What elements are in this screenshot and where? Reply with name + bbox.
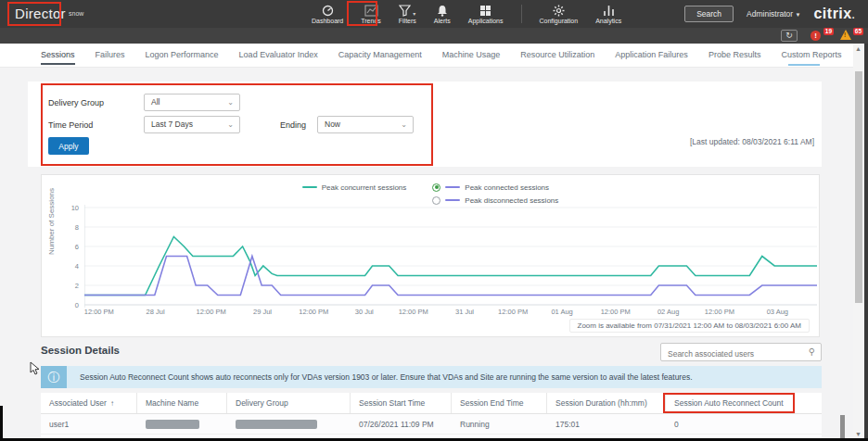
tab-strip-scroll-indicator[interactable] bbox=[788, 64, 820, 66]
time-period-value: Last 7 Days bbox=[151, 120, 193, 129]
table-cell bbox=[137, 414, 227, 434]
x-axis-tick: 12:00 PM bbox=[299, 308, 328, 316]
tab-resource-utilization[interactable]: Resource Utilization bbox=[520, 44, 594, 66]
chevron-down-icon: ⌄ bbox=[401, 117, 407, 132]
delivery-group-select[interactable]: All ⌄ bbox=[144, 94, 240, 111]
legend-label: Peak disconnected sessions bbox=[465, 196, 558, 205]
apply-button[interactable]: Apply bbox=[48, 137, 89, 155]
nav-item-configuration[interactable]: Configuration bbox=[534, 3, 584, 25]
nav-item-label: Analytics bbox=[595, 18, 621, 24]
search-icon: ⚲ bbox=[809, 346, 815, 357]
y-axis-tick: 6 bbox=[58, 243, 79, 251]
x-axis-tick: 01 Aug bbox=[551, 308, 572, 316]
tab-machine-usage[interactable]: Machine Usage bbox=[442, 44, 501, 66]
nav-item-trends[interactable]: Trends bbox=[355, 3, 387, 25]
info-banner: ⓘ Session Auto Reconnect Count shows aut… bbox=[41, 366, 822, 388]
scrollbar-thumb[interactable] bbox=[855, 71, 862, 303]
site-name: snow bbox=[69, 10, 83, 17]
legend-line-swatch bbox=[445, 186, 460, 188]
y-axis-tick: 4 bbox=[58, 262, 79, 271]
legend-radio-group: Peak connected sessionsPeak disconnected… bbox=[432, 182, 558, 206]
nav-item-label: Configuration bbox=[540, 18, 579, 24]
radio-button[interactable] bbox=[432, 196, 440, 205]
time-period-select[interactable]: Last 7 Days ⌄ bbox=[144, 116, 240, 133]
table-scrollbar[interactable] bbox=[840, 415, 845, 439]
column-header-associated-user[interactable]: Associated User↑ bbox=[41, 393, 137, 413]
y-axis-tick: 0 bbox=[58, 301, 79, 309]
table-cell: 175:01 bbox=[547, 414, 666, 434]
delivery-group-value: All bbox=[151, 97, 160, 107]
redacted-value bbox=[236, 420, 317, 429]
table-cell: user1 bbox=[41, 414, 137, 434]
y-axis-label: Number of Sessions bbox=[47, 188, 56, 255]
citrix-logo: citrix. bbox=[813, 6, 855, 22]
x-axis-tick: 02 Aug bbox=[657, 308, 679, 316]
delivery-group-label: Delivery Group bbox=[48, 98, 104, 107]
column-header-session-duration-hh-mm-[interactable]: Session Duration (hh:mm) bbox=[547, 393, 666, 413]
nav-item-label: Filters bbox=[399, 18, 416, 24]
nav-item-analytics[interactable]: Analytics bbox=[590, 3, 627, 25]
director-logo[interactable]: Director bbox=[15, 6, 66, 21]
session-details-table: Associated User↑Machine NameDelivery Gro… bbox=[41, 393, 822, 439]
refresh-icon[interactable]: ↻ bbox=[781, 30, 798, 42]
tab-probe-results[interactable]: Probe Results bbox=[708, 44, 761, 66]
scroll-down-arrow[interactable]: ▼ bbox=[855, 431, 862, 437]
column-header-session-start-time[interactable]: Session Start Time bbox=[351, 393, 452, 413]
x-axis-tick: 12:00 PM bbox=[84, 308, 114, 316]
search-button[interactable]: Search bbox=[684, 6, 734, 22]
warning-alert-count: 65 bbox=[853, 28, 863, 35]
legend-label: Peak connected sessions bbox=[465, 183, 549, 192]
legend-label: Peak concurrent sessions bbox=[322, 183, 407, 192]
nav-item-alerts[interactable]: Alerts bbox=[428, 3, 456, 25]
legend-line-swatch bbox=[302, 186, 317, 188]
x-axis-tick: 12:00 PM bbox=[498, 308, 528, 316]
nav-item-filters[interactable]: ▾Filters bbox=[393, 3, 422, 25]
tab-custom-reports[interactable]: Custom Reports bbox=[781, 44, 841, 66]
column-header-delivery-group[interactable]: Delivery Group bbox=[227, 393, 351, 413]
chevron-down-icon: ▾ bbox=[413, 10, 415, 17]
column-header-session-auto-reconnect-count[interactable]: Session Auto Reconnect Count bbox=[666, 393, 820, 413]
x-axis-tick: 03 Aug bbox=[767, 308, 788, 316]
filter-panel: Delivery Group All ⌄ Time Period Last 7 … bbox=[28, 82, 822, 167]
error-icon: ! bbox=[811, 31, 821, 41]
x-axis-tick: 12:00 PM bbox=[705, 308, 734, 316]
tab-sessions[interactable]: Sessions bbox=[41, 44, 75, 66]
x-axis-tick: 12:00 PM bbox=[197, 308, 226, 316]
tab-failures[interactable]: Failures bbox=[96, 44, 125, 66]
associated-users-search[interactable]: ⚲ bbox=[660, 343, 822, 361]
status-bar: ↻ ! 19 65 bbox=[0, 28, 868, 44]
nav-divider bbox=[521, 5, 522, 23]
ending-select[interactable]: Now ⌄ bbox=[317, 116, 414, 133]
search-input[interactable] bbox=[661, 346, 800, 362]
legend-radio-peak-connected-sessions[interactable]: Peak connected sessions bbox=[432, 182, 558, 193]
scroll-up-arrow[interactable]: ▲ bbox=[855, 45, 862, 52]
top-bar: Director snow DashboardTrends▾FiltersAle… bbox=[0, 0, 868, 28]
sort-ascending-icon: ↑ bbox=[110, 399, 114, 408]
sessions-line-chart[interactable] bbox=[84, 205, 817, 308]
radio-button[interactable] bbox=[432, 183, 440, 192]
column-header-session-end-time[interactable]: Session End Time bbox=[452, 393, 547, 413]
user-menu-label: Administrator bbox=[747, 9, 793, 19]
sessions-chart-panel: Peak concurrent sessionsPeak connected s… bbox=[41, 174, 820, 337]
x-axis-tick: 12:00 PM bbox=[399, 308, 428, 316]
page-scrollbar[interactable]: ▲ ▼ bbox=[853, 44, 864, 441]
nav-item-dashboard[interactable]: Dashboard bbox=[306, 3, 349, 25]
tab-load-evaluator-index[interactable]: Load Evaluator Index bbox=[239, 44, 318, 66]
user-menu[interactable]: Administrator ▼ bbox=[747, 9, 800, 19]
nav-item-label: Dashboard bbox=[312, 18, 343, 24]
tab-logon-performance[interactable]: Logon Performance bbox=[146, 44, 219, 66]
tab-application-failures[interactable]: Application Failures bbox=[615, 44, 688, 66]
warning-alerts-badge[interactable]: 65 bbox=[840, 29, 861, 43]
table-header-row: Associated User↑Machine NameDelivery Gro… bbox=[41, 393, 822, 414]
critical-alerts-badge[interactable]: ! 19 bbox=[811, 29, 831, 43]
table-cell: Running bbox=[452, 414, 547, 434]
nav-item-applications[interactable]: Applications bbox=[463, 3, 509, 25]
table-cell: 0 bbox=[666, 414, 820, 434]
tab-capacity-management[interactable]: Capacity Management bbox=[338, 44, 422, 66]
table-row[interactable]: user107/26/2021 11:09 PMRunning175:010 bbox=[41, 414, 822, 435]
legend-peak-concurrent: Peak concurrent sessions bbox=[302, 182, 407, 193]
critical-alert-count: 19 bbox=[823, 28, 834, 35]
column-header-machine-name[interactable]: Machine Name bbox=[137, 393, 227, 413]
window-right-edge bbox=[864, 44, 868, 441]
y-axis-tick: 10 bbox=[58, 204, 79, 212]
